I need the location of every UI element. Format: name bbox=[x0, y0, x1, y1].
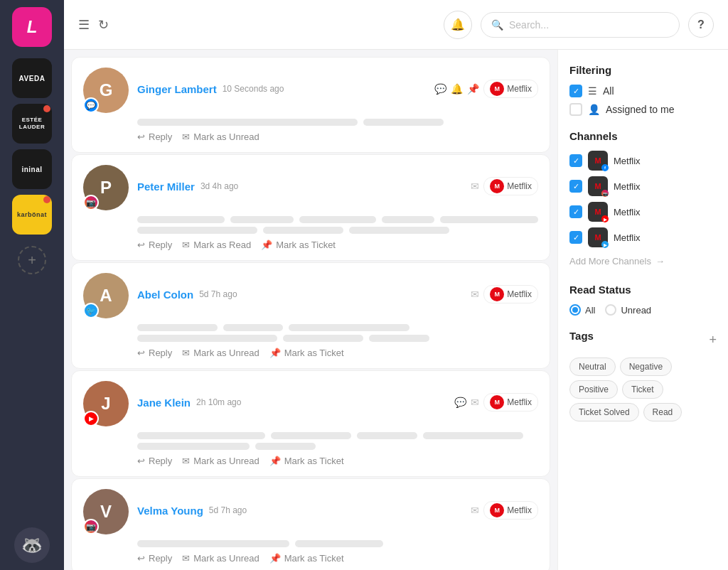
brand-badge: M Metflix bbox=[483, 80, 538, 98]
notification-dot bbox=[43, 105, 50, 112]
sidebar-item-karbonat[interactable]: karbönat bbox=[12, 195, 52, 235]
channel-ch1-checkbox[interactable]: ✓ bbox=[569, 154, 582, 167]
tag-read[interactable]: Read bbox=[643, 403, 682, 421]
conv-time: 10 Seconds ago bbox=[223, 84, 284, 94]
tag-positive[interactable]: Positive bbox=[569, 380, 618, 399]
mark-unread-button[interactable]: ✉ Mark as Unread bbox=[182, 456, 259, 466]
menu-icon[interactable]: ☰ bbox=[78, 17, 90, 33]
conversation-item[interactable]: J ▶ Jane Klein 2h 10m ago 💬 ✉ bbox=[71, 370, 550, 477]
tag-ticket-solved[interactable]: Ticket Solved bbox=[569, 403, 639, 421]
brand-badge: M Metflix bbox=[483, 285, 538, 303]
user-avatar[interactable]: 🦝 bbox=[14, 527, 50, 563]
tag-negative[interactable]: Negative bbox=[620, 357, 672, 376]
channels-title: Channels bbox=[569, 130, 717, 142]
brand-dot: M bbox=[490, 179, 504, 193]
content-area: G 💬 Ginger Lambert 10 Seconds ago 💬 🔔 📌 bbox=[64, 50, 728, 570]
tag-neutral[interactable]: Neutral bbox=[569, 357, 616, 376]
sidebar: L AVEDA ESTÉELAUDER ininal karbönat + 🦝 bbox=[0, 0, 64, 570]
channel-badge-messenger: 💬 bbox=[83, 97, 99, 113]
notifications-bell[interactable]: 🔔 bbox=[444, 11, 472, 39]
brand-dot: M bbox=[490, 82, 504, 96]
read-status-title: Read Status bbox=[569, 284, 717, 296]
mark-read-button[interactable]: ✉ Mark as Read bbox=[182, 240, 251, 250]
add-brand-button[interactable]: + bbox=[18, 246, 46, 274]
pin-icon: 📌 bbox=[467, 83, 479, 95]
filter-assigned-label: Assigned to me bbox=[606, 104, 675, 115]
email-icon: ✉ bbox=[471, 181, 479, 192]
read-status-section: Read Status All Unread bbox=[569, 284, 717, 316]
mark-unread-button[interactable]: ✉ Mark as Unread bbox=[182, 553, 259, 564]
search-bar[interactable]: 🔍 Search... bbox=[481, 12, 680, 38]
action-bar: ↩ Reply ✉ Mark as Unread 📌 Mark as Ticke… bbox=[83, 348, 538, 358]
read-status-options: All Unread bbox=[569, 304, 717, 316]
notification-dot bbox=[43, 196, 50, 203]
sidebar-item-estee[interactable]: ESTÉELAUDER bbox=[12, 104, 52, 144]
brand-dot: M bbox=[490, 395, 504, 409]
sidebar-item-aveda[interactable]: AVEDA bbox=[12, 58, 52, 98]
contact-name: Jane Klein bbox=[137, 397, 191, 409]
channel-logo: M 📷 bbox=[588, 176, 608, 196]
mark-ticket-button[interactable]: 📌 Mark as Ticket bbox=[261, 240, 336, 250]
read-status-all[interactable]: All bbox=[569, 304, 595, 316]
brand-label: Metflix bbox=[507, 289, 532, 299]
contact-name: Velma Young bbox=[137, 505, 203, 517]
filter-assigned-checkbox[interactable] bbox=[569, 103, 582, 116]
channel-ch3-checkbox[interactable]: ✓ bbox=[569, 205, 582, 218]
channel-badge-instagram: 📷 bbox=[83, 195, 99, 210]
message-preview bbox=[83, 324, 538, 342]
channel-ch2-checkbox[interactable]: ✓ bbox=[569, 180, 582, 193]
reply-button[interactable]: ↩ Reply bbox=[137, 456, 172, 466]
reply-button[interactable]: ↩ Reply bbox=[137, 553, 172, 564]
arrow-icon: → bbox=[655, 256, 665, 267]
help-button[interactable]: ? bbox=[688, 12, 714, 38]
mark-ticket-button[interactable]: 📌 Mark as Ticket bbox=[269, 348, 344, 358]
filter-all-checkbox[interactable]: ✓ bbox=[569, 85, 582, 97]
channels-section: Channels ✓ M f Metflix ✓ M 📷 Metflix bbox=[569, 130, 717, 269]
channel-logo: M f bbox=[588, 151, 608, 171]
conversation-list: G 💬 Ginger Lambert 10 Seconds ago 💬 🔔 📌 bbox=[64, 50, 557, 570]
mark-unread-button[interactable]: ✉ Mark as Unread bbox=[182, 348, 259, 358]
channel-logo: M ▶ bbox=[588, 227, 608, 247]
reply-button[interactable]: ↩ Reply bbox=[137, 240, 172, 250]
channel-badge-instagram: 📷 bbox=[83, 519, 99, 534]
refresh-icon[interactable]: ↻ bbox=[98, 17, 109, 33]
channel-name: Metflix bbox=[614, 181, 641, 192]
header: ☰ ↻ 🔔 🔍 Search... ? bbox=[64, 0, 728, 50]
contact-name: Ginger Lambert bbox=[137, 83, 217, 95]
sidebar-item-ininal[interactable]: ininal bbox=[12, 149, 52, 189]
reply-button[interactable]: ↩ Reply bbox=[137, 348, 172, 358]
conversation-item[interactable]: A 🐦 Abel Colon 5d 7h ago ✉ M bbox=[71, 262, 550, 369]
right-panel: Filtering ✓ ☰ All 👤 Assigned to me Chann… bbox=[557, 50, 728, 570]
brand-label: Metflix bbox=[507, 397, 532, 407]
channel-row: ✓ M ▶ Metflix bbox=[569, 227, 717, 247]
action-bar: ↩ Reply ✉ Mark as Unread 📌 Mark as Ticke… bbox=[83, 553, 538, 564]
add-tag-button[interactable]: + bbox=[709, 333, 717, 348]
person-icon: 👤 bbox=[588, 104, 600, 115]
channel-ch4-checkbox[interactable]: ✓ bbox=[569, 231, 582, 244]
app-logo[interactable]: L bbox=[12, 7, 52, 47]
channel-badge-twitter: 🐦 bbox=[83, 303, 99, 318]
mark-ticket-button[interactable]: 📌 Mark as Ticket bbox=[269, 553, 344, 564]
radio-all-label: All bbox=[585, 305, 595, 316]
filtering-section: Filtering ✓ ☰ All 👤 Assigned to me bbox=[569, 64, 717, 116]
add-more-channels-button[interactable]: Add More Channels → bbox=[569, 253, 717, 269]
brand-badge: M Metflix bbox=[483, 393, 538, 412]
reply-button[interactable]: ↩ Reply bbox=[137, 131, 172, 142]
conv-time: 5d 7h ago bbox=[199, 289, 237, 299]
mark-ticket-button[interactable]: 📌 Mark as Ticket bbox=[269, 456, 344, 466]
tag-ticket[interactable]: Ticket bbox=[622, 380, 663, 399]
conversation-item[interactable]: G 💬 Ginger Lambert 10 Seconds ago 💬 🔔 📌 bbox=[71, 57, 550, 153]
tags-grid: Neutral Negative Positive Ticket Ticket … bbox=[569, 357, 717, 421]
message-preview bbox=[83, 216, 538, 234]
speech-icon: 💬 bbox=[454, 397, 466, 408]
tags-title: Tags bbox=[569, 330, 594, 342]
email-icon: ✉ bbox=[471, 289, 479, 300]
channel-row: ✓ M ▶ Metflix bbox=[569, 202, 717, 222]
brand-label: Metflix bbox=[507, 181, 532, 191]
conversation-item[interactable]: V 📷 Velma Young 5d 7h ago ✉ M bbox=[71, 478, 550, 570]
channel-badge-youtube: ▶ bbox=[83, 411, 99, 426]
read-status-unread[interactable]: Unread bbox=[605, 304, 651, 316]
email-icon: ✉ bbox=[471, 397, 479, 408]
mark-unread-button[interactable]: ✉ Mark as Unread bbox=[182, 131, 259, 142]
conversation-item[interactable]: P 📷 Peter Miller 3d 4h ago ✉ M bbox=[71, 154, 550, 261]
